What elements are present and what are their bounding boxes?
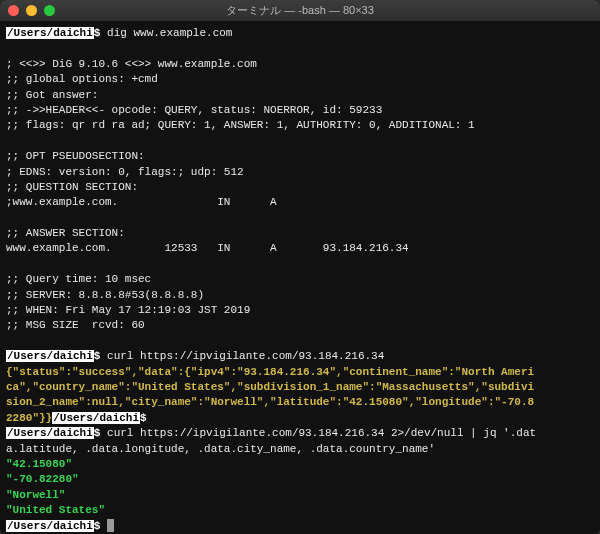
prompt-symbol: $ [94,350,101,362]
curl-json-output: {"status":"success","data":{"ipv4":"93.1… [6,366,534,378]
prompt-symbol: $ [140,412,147,424]
zoom-icon[interactable] [44,5,55,16]
dig-output-line: ;; Got answer: [6,89,98,101]
terminal-body[interactable]: /Users/daichi$ dig www.example.com ; <<>… [0,22,600,534]
command-curl-jq-cont: a.latitude, .data.longitude, .data.city_… [6,443,435,455]
command-dig: dig www.example.com [107,27,232,39]
cursor-icon [107,519,114,532]
curl-json-output: sion_2_name":null,"city_name":"Norwell",… [6,396,534,408]
dig-output-line: ;; MSG SIZE rcvd: 60 [6,319,145,331]
jq-output-city: "Norwell" [6,489,65,501]
prompt-path: /Users/daichi [6,27,94,39]
dig-output-line: ;; QUESTION SECTION: [6,181,138,193]
dig-output-line: www.example.com. 12533 IN A 93.184.216.3… [6,242,409,254]
dig-output-line: ;; WHEN: Fri May 17 12:19:03 JST 2019 [6,304,250,316]
dig-output-line: ;www.example.com. IN A [6,196,277,208]
dig-output-line: ;; ->>HEADER<<- opcode: QUERY, status: N… [6,104,382,116]
jq-output-country: "United States" [6,504,105,516]
prompt-symbol: $ [94,27,101,39]
prompt-path: /Users/daichi [52,412,140,424]
terminal-window: ターミナル — -bash — 80×33 /Users/daichi$ dig… [0,0,600,534]
jq-output-longitude: "-70.82280" [6,473,79,485]
prompt-symbol: $ [94,427,101,439]
command-curl: curl https://ipvigilante.com/93.184.216.… [107,350,384,362]
dig-output-line: ;; Query time: 10 msec [6,273,151,285]
window-title: ターミナル — -bash — 80×33 [0,3,600,18]
minimize-icon[interactable] [26,5,37,16]
curl-json-output: 2280"}} [6,412,52,424]
prompt-path: /Users/daichi [6,520,94,532]
prompt-symbol: $ [94,520,101,532]
command-curl-jq: curl https://ipvigilante.com/93.184.216.… [107,427,536,439]
dig-output-line: ;; OPT PSEUDOSECTION: [6,150,145,162]
titlebar: ターミナル — -bash — 80×33 [0,0,600,22]
dig-output-line: ;; ANSWER SECTION: [6,227,125,239]
prompt-path: /Users/daichi [6,350,94,362]
jq-output-latitude: "42.15080" [6,458,72,470]
traffic-lights [8,5,55,16]
curl-json-output: ca","country_name":"United States","subd… [6,381,534,393]
dig-output-line: ;; global options: +cmd [6,73,158,85]
dig-output-line: ;; SERVER: 8.8.8.8#53(8.8.8.8) [6,289,204,301]
dig-output-line: ; EDNS: version: 0, flags:; udp: 512 [6,166,244,178]
prompt-path: /Users/daichi [6,427,94,439]
close-icon[interactable] [8,5,19,16]
dig-output-line: ; <<>> DiG 9.10.6 <<>> www.example.com [6,58,257,70]
dig-output-line: ;; flags: qr rd ra ad; QUERY: 1, ANSWER:… [6,119,475,131]
